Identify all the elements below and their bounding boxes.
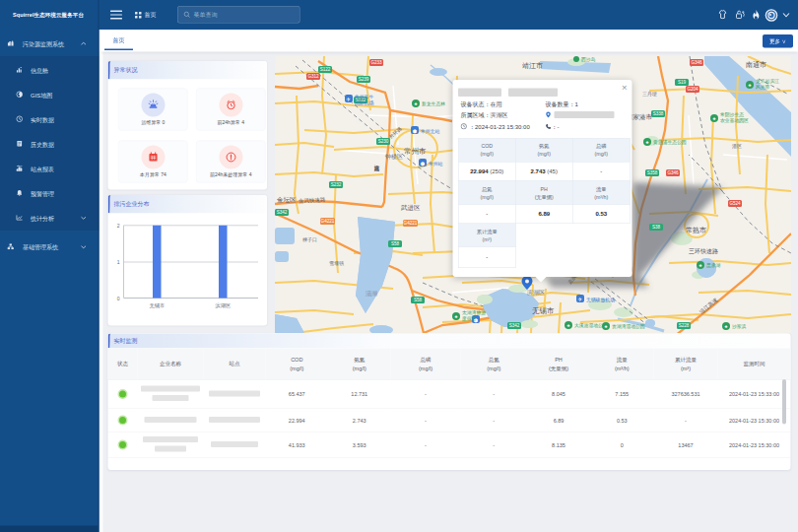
svg-text:✈: ✈: [578, 297, 583, 302]
svg-text:S358: S358: [647, 170, 658, 175]
svg-text:农业基地园区: 农业基地园区: [720, 117, 749, 123]
svg-text:♣: ♣: [646, 140, 649, 145]
svg-text:三丹埂: 三丹埂: [642, 91, 657, 98]
svg-text:常州奔牛: 常州奔牛: [355, 95, 373, 100]
svg-text:S58: S58: [391, 241, 400, 246]
svg-text:S230: S230: [378, 139, 389, 144]
svg-text:S232: S232: [331, 182, 342, 187]
svg-text:⬢: ⬢: [413, 128, 417, 134]
svg-text:S38: S38: [652, 225, 661, 230]
svg-text:常州市: 常州市: [404, 147, 427, 156]
svg-text:S342: S342: [277, 210, 288, 215]
svg-text:三环快速路: 三环快速路: [689, 248, 718, 255]
svg-text:G4221: G4221: [404, 221, 418, 226]
svg-text:无锡硕放机场: 无锡硕放机场: [586, 297, 615, 303]
svg-text:♣: ♣: [725, 324, 728, 329]
svg-text:2: 2: [117, 223, 120, 229]
svg-text:S338: S338: [653, 111, 664, 116]
svg-text:♣: ♣: [415, 101, 418, 106]
svg-text:S19: S19: [678, 80, 687, 85]
svg-text:楝子口: 楝子口: [302, 236, 317, 243]
svg-text:⬢: ⬢: [421, 161, 425, 166]
svg-text:G204: G204: [687, 87, 698, 92]
svg-text:♣: ♣: [605, 324, 608, 329]
svg-text:1: 1: [117, 259, 120, 265]
svg-text:♣: ♣: [713, 116, 716, 121]
svg-text:武进区: 武进区: [400, 204, 421, 212]
svg-text:S239: S239: [359, 77, 369, 82]
svg-text:S342: S342: [509, 323, 520, 328]
svg-text:G524: G524: [729, 201, 741, 206]
svg-text:S228: S228: [679, 323, 690, 328]
svg-text:♣: ♣: [567, 323, 570, 328]
svg-text:G346: G346: [667, 170, 679, 175]
svg-text:♣: ♣: [455, 314, 458, 319]
svg-text:G346: G346: [691, 60, 702, 65]
svg-text:钟楼区: 钟楼区: [384, 153, 403, 160]
svg-text:滆湖: 滆湖: [366, 291, 377, 297]
svg-text:靖江市: 靖江市: [522, 61, 543, 70]
svg-text:昆承湖: 昆承湖: [706, 262, 721, 269]
svg-text:常熟市: 常熟市: [686, 226, 706, 234]
svg-text:G312: G312: [307, 74, 319, 79]
svg-text:滨湖区: 滨湖区: [215, 302, 232, 308]
svg-text:雪堰镇: 雪堰镇: [329, 260, 344, 266]
svg-text:G4221: G4221: [321, 219, 335, 224]
svg-text:✈: ✈: [346, 97, 351, 102]
svg-text:S122: S122: [320, 67, 331, 72]
svg-text:滨湖区: 滨湖区: [527, 289, 545, 296]
svg-text:港区: 港区: [732, 143, 742, 150]
svg-text:龙爪岩滨江: 龙爪岩滨江: [756, 78, 779, 85]
svg-text:无锡市: 无锡市: [149, 302, 165, 309]
svg-text:无锡市: 无锡市: [532, 306, 555, 315]
svg-text:金坛区: 金坛区: [277, 196, 297, 203]
svg-text:南通市: 南通市: [746, 60, 766, 68]
svg-text:贵湖湾湿地公园: 贵湖湾湿地公园: [612, 323, 645, 329]
svg-text:新龙生态林: 新龙生态林: [422, 100, 445, 106]
svg-text:太湖湾旅游: 太湖湾旅游: [462, 309, 486, 316]
svg-text:♣: ♣: [699, 263, 702, 268]
svg-text:♣: ♣: [749, 83, 752, 88]
svg-text:0: 0: [117, 296, 120, 301]
svg-text:沙家浜: 沙家浜: [732, 323, 747, 330]
svg-text:G233: G233: [370, 60, 382, 65]
svg-text:度假区: 度假区: [462, 315, 477, 322]
svg-text:S58: S58: [414, 298, 423, 302]
